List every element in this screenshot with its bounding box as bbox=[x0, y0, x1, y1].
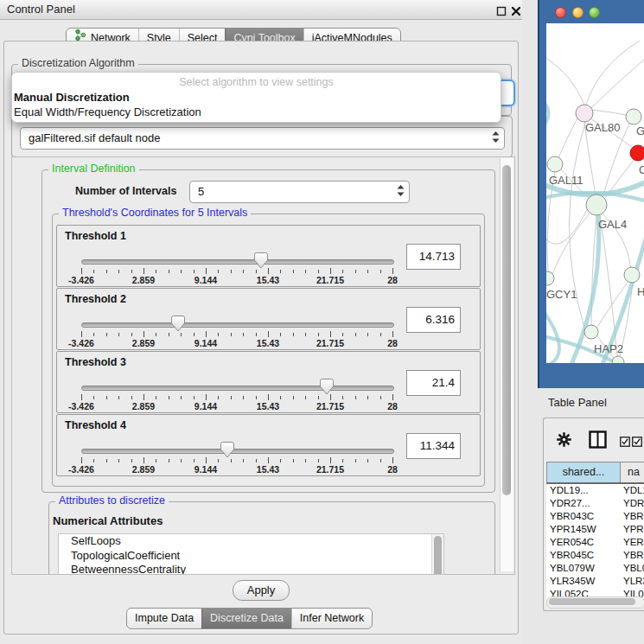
close-traffic-light-icon[interactable] bbox=[555, 7, 566, 18]
threshold-slider[interactable]: -3.4262.8599.14415.4321.71528 bbox=[81, 378, 392, 411]
scrollbar-thumb[interactable] bbox=[549, 598, 635, 605]
tab-impute-data[interactable]: Impute Data bbox=[127, 609, 201, 628]
network-view-window[interactable]: GAL80GACGAL11GAL4GCY1HHAP2 bbox=[538, 0, 644, 388]
network-window-titlebar[interactable] bbox=[539, 0, 644, 23]
network-node-gal4[interactable] bbox=[586, 194, 607, 215]
slider-tick bbox=[156, 459, 156, 462]
slider-tick bbox=[392, 394, 393, 400]
slider-thumb[interactable] bbox=[171, 316, 185, 335]
float-icon[interactable] bbox=[496, 4, 507, 15]
checkbox-icon[interactable] bbox=[620, 435, 630, 450]
network-node-gal80[interactable] bbox=[576, 105, 593, 122]
algorithm-option-manual-discretization[interactable]: Manual Discretization bbox=[14, 90, 130, 105]
list-item-selfloops[interactable]: SelfLoops bbox=[59, 534, 443, 549]
network-node-ga[interactable] bbox=[626, 109, 641, 124]
list-item-topologicalcoefficient[interactable]: TopologicalCoefficient bbox=[59, 549, 443, 564]
table-data-combo[interactable]: galFiltered.sif default node bbox=[20, 127, 505, 150]
tab-discretize-data[interactable]: Discretize Data bbox=[201, 609, 291, 628]
slider-tick bbox=[194, 459, 194, 462]
slider-tick bbox=[118, 333, 119, 336]
slider-tick bbox=[93, 396, 94, 399]
tab-infer-network[interactable]: Infer Network bbox=[291, 609, 372, 628]
network-edge bbox=[591, 60, 644, 108]
num-intervals-combo[interactable]: 5 bbox=[189, 181, 410, 203]
slider-track[interactable] bbox=[81, 322, 394, 328]
slider-tick bbox=[268, 331, 269, 337]
network-canvas[interactable]: GAL80GACGAL11GAL4GCY1HHAP2 bbox=[546, 23, 644, 363]
tick-label: 9.144 bbox=[194, 338, 217, 348]
network-node-h[interactable] bbox=[624, 267, 640, 283]
gear-icon[interactable] bbox=[556, 431, 572, 451]
slider-tick bbox=[106, 333, 107, 336]
threshold-value-field[interactable]: 14.713 bbox=[406, 244, 461, 270]
column-header-2[interactable]: na bbox=[621, 462, 644, 482]
threshold-value-field[interactable]: 21.4 bbox=[406, 370, 461, 396]
scrollbar-thumb[interactable] bbox=[502, 165, 511, 495]
network-node-gal11[interactable] bbox=[547, 156, 563, 172]
slider-tick bbox=[380, 333, 381, 336]
slider-tick bbox=[256, 333, 257, 336]
slider-thumb[interactable] bbox=[320, 379, 334, 399]
slider-tick bbox=[392, 268, 393, 274]
column-header-1[interactable]: shared... bbox=[547, 462, 621, 482]
table-row[interactable]: YBL079WYBL0 bbox=[546, 562, 644, 575]
table-row[interactable]: YER054CYER0 bbox=[546, 536, 644, 549]
slider-track[interactable] bbox=[81, 449, 394, 454]
settings-scroll-area: Interval Definition Number of Intervals … bbox=[11, 156, 515, 575]
threshold-slider[interactable]: -3.4262.8599.14415.4321.71528 bbox=[81, 441, 392, 474]
tab-label: Impute Data bbox=[135, 609, 194, 628]
tick-label: 15.43 bbox=[257, 275, 279, 285]
slider-track[interactable] bbox=[81, 259, 394, 265]
slider-tick bbox=[169, 333, 169, 336]
table-horizontal-scrollbar[interactable] bbox=[546, 596, 644, 609]
tick-label: 28 bbox=[387, 401, 398, 411]
algorithm-option-equal-width-frequency-discretization[interactable]: Equal Width/Frequency Discretization bbox=[14, 105, 201, 119]
threshold-slider[interactable]: -3.4262.8599.14415.4321.71528 bbox=[81, 315, 392, 348]
interval-definition-group: Interval Definition Number of Intervals … bbox=[41, 169, 495, 493]
close-icon[interactable] bbox=[511, 4, 521, 15]
table-row[interactable]: YBR045CYBR0 bbox=[546, 549, 644, 562]
list-item-betweennesscentrality[interactable]: BetweennessCentrality bbox=[59, 563, 443, 575]
slider-tick bbox=[131, 270, 132, 273]
apply-button[interactable]: Apply bbox=[233, 580, 290, 601]
minimize-traffic-light-icon[interactable] bbox=[572, 7, 583, 18]
checkbox-icon[interactable] bbox=[632, 435, 642, 450]
split-columns-icon[interactable] bbox=[589, 430, 607, 452]
threshold-value-field[interactable]: 11.344 bbox=[406, 433, 461, 459]
slider-tick bbox=[318, 333, 319, 336]
combo-stepper-icon bbox=[397, 185, 405, 200]
combo-value: galFiltered.sif default node bbox=[29, 128, 160, 149]
slider-tick bbox=[93, 333, 94, 336]
network-node-c[interactable] bbox=[630, 145, 644, 161]
table-cell: YER0 bbox=[620, 536, 644, 549]
scrollbar-thumb[interactable] bbox=[434, 536, 442, 575]
numerical-attributes-list[interactable]: SelfLoopsTopologicalCoefficientBetweenne… bbox=[58, 533, 444, 575]
slider-tick bbox=[81, 394, 82, 400]
zoom-traffic-light-icon[interactable] bbox=[589, 7, 600, 18]
table-cell: YLR345W bbox=[546, 575, 620, 588]
list-scrollbar[interactable] bbox=[431, 534, 443, 575]
slider-tick bbox=[118, 396, 119, 399]
node-label: GA bbox=[636, 124, 644, 137]
slider-tick bbox=[280, 270, 281, 273]
slider-tick bbox=[342, 396, 343, 399]
slider-track[interactable] bbox=[81, 386, 394, 391]
network-node[interactable] bbox=[612, 356, 624, 363]
network-node-hap2[interactable] bbox=[584, 325, 598, 339]
panel-scrollbar[interactable] bbox=[500, 158, 513, 571]
table-row[interactable]: YPR145WYPR1 bbox=[546, 523, 644, 536]
table-row[interactable]: YLR345WYLR3 bbox=[546, 575, 644, 588]
table-header-row: shared...na bbox=[546, 462, 644, 484]
tab-label: Infer Network bbox=[300, 609, 364, 628]
table-row[interactable]: YDR27...YDR2 bbox=[546, 497, 644, 510]
network-edge bbox=[586, 41, 640, 105]
slider-thumb[interactable] bbox=[220, 442, 234, 462]
table-row[interactable]: YDL19...YDL1 bbox=[546, 484, 644, 497]
threshold-slider[interactable]: -3.4262.8599.14415.4321.71528 bbox=[81, 252, 392, 284]
threshold-value-field[interactable]: 6.316 bbox=[406, 307, 461, 333]
table-row[interactable]: YBR043CYBR0 bbox=[546, 510, 644, 523]
slider-tick bbox=[293, 333, 294, 336]
slider-tick bbox=[305, 396, 306, 399]
threshold-row-1: Threshold 1-3.4262.8599.14415.4321.71528… bbox=[56, 225, 481, 287]
slider-thumb[interactable] bbox=[254, 252, 268, 272]
